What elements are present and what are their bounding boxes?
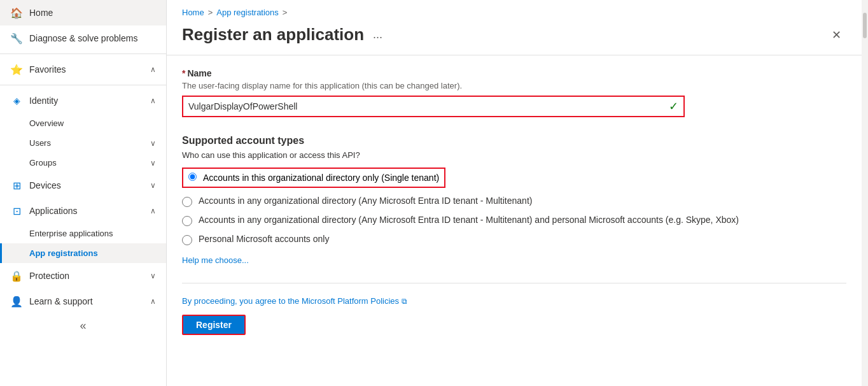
sidebar-item-label: Applications	[29, 206, 144, 216]
sidebar-item-applications[interactable]: ⊡ Applications ∧	[0, 198, 166, 224]
learn-icon: 👤	[10, 295, 23, 308]
sidebar-item-label: Groups	[29, 158, 57, 168]
chevron-up-icon: ∧	[150, 206, 156, 215]
radio-personal-only-option: Personal Microsoft accounts only	[182, 234, 846, 245]
sidebar-item-favorites[interactable]: ⭐ Favorites ∧	[0, 57, 166, 82]
chevron-down-icon: ∨	[150, 181, 156, 190]
sidebar-item-label: Overview	[29, 118, 64, 128]
sidebar-item-users[interactable]: Users ∨	[0, 133, 166, 153]
sidebar-item-diagnose[interactable]: 🔧 Diagnose & solve problems	[0, 25, 166, 51]
collapse-sidebar-button[interactable]: «	[0, 314, 166, 338]
radio-single-tenant-label[interactable]: Accounts in this organizational director…	[203, 173, 439, 183]
applications-icon: ⊡	[10, 204, 23, 217]
name-description: The user-facing display name for this ap…	[182, 81, 846, 90]
name-label: *Name	[182, 68, 846, 78]
required-star: *	[182, 68, 185, 78]
sidebar-item-devices[interactable]: ⊞ Devices ∨	[0, 173, 166, 198]
radio-multi-tenant-personal[interactable]	[182, 216, 192, 226]
radio-multi-tenant-label[interactable]: Accounts in any organizational directory…	[199, 196, 532, 206]
sidebar-item-label: Learn & support	[29, 296, 144, 306]
chevron-down-icon: ∨	[150, 159, 156, 168]
scroll-thumb[interactable]	[863, 13, 867, 38]
policy-link[interactable]: By proceeding, you agree to the Microsof…	[182, 296, 399, 306]
sidebar-item-enterprise-apps[interactable]: Enterprise applications	[0, 224, 166, 243]
account-types-description: Who can use this application or access t…	[182, 150, 846, 160]
divider	[0, 54, 166, 54]
radio-personal-only-label[interactable]: Personal Microsoft accounts only	[199, 234, 329, 244]
page-title: Register an application	[182, 25, 364, 45]
radio-single-tenant-wrapper: Accounts in this organizational director…	[182, 168, 445, 188]
radio-single-tenant[interactable]	[188, 173, 197, 181]
sidebar-item-home[interactable]: 🏠 Home	[0, 0, 166, 25]
sidebar-item-identity[interactable]: ◈ Identity ∧	[0, 88, 166, 113]
breadcrumb-sep-1: >	[208, 8, 213, 17]
divider	[0, 85, 166, 85]
radio-personal-only[interactable]	[182, 235, 192, 245]
section-divider	[182, 283, 846, 283]
chevron-up-icon: ∧	[150, 65, 156, 74]
register-button[interactable]: Register	[182, 315, 246, 335]
policy-text: By proceeding, you agree to the Microsof…	[182, 296, 846, 306]
breadcrumb-app-registrations[interactable]: App registrations	[216, 8, 279, 17]
identity-icon: ◈	[10, 94, 23, 107]
sidebar-item-label: Enterprise applications	[29, 229, 113, 238]
favorites-icon: ⭐	[10, 63, 23, 76]
chevron-down-icon: ∨	[150, 271, 156, 280]
name-input-wrapper: ✓	[182, 96, 685, 117]
right-scrollbar	[862, 0, 868, 386]
sidebar-item-label: Protection	[29, 271, 144, 281]
external-link-icon: ⧉	[402, 297, 407, 306]
sidebar: 🏠 Home 🔧 Diagnose & solve problems ⭐ Fav…	[0, 0, 167, 386]
account-types-header: Supported account types	[182, 135, 846, 147]
diagnose-icon: 🔧	[10, 32, 23, 45]
breadcrumb-home[interactable]: Home	[182, 8, 204, 17]
sidebar-item-label: Diagnose & solve problems	[29, 33, 156, 43]
page-header: Register an application ... ✕	[167, 20, 862, 55]
content-area: *Name The user-facing display name for t…	[167, 55, 862, 386]
breadcrumb: Home > App registrations >	[167, 0, 862, 20]
radio-multi-tenant[interactable]	[182, 197, 192, 207]
help-me-choose-link[interactable]: Help me choose...	[182, 255, 249, 265]
radio-multi-tenant-option: Accounts in any organizational directory…	[182, 196, 846, 207]
sidebar-item-label: App registrations	[29, 248, 98, 258]
home-icon: 🏠	[10, 6, 23, 19]
radio-multi-tenant-personal-label[interactable]: Accounts in any organizational directory…	[199, 215, 739, 225]
sidebar-item-overview[interactable]: Overview	[0, 113, 166, 133]
sidebar-item-groups[interactable]: Groups ∨	[0, 153, 166, 173]
collapse-icon: «	[80, 319, 86, 332]
close-button[interactable]: ✕	[827, 25, 846, 45]
radio-multi-tenant-personal-option: Accounts in any organizational directory…	[182, 215, 846, 226]
breadcrumb-sep-2: >	[283, 8, 288, 17]
sidebar-item-label: Users	[29, 138, 51, 148]
sidebar-item-protection[interactable]: 🔒 Protection ∨	[0, 263, 166, 289]
main-content: Home > App registrations > Register an a…	[167, 0, 862, 386]
protection-icon: 🔒	[10, 269, 23, 282]
sidebar-item-label: Devices	[29, 180, 144, 190]
valid-check-icon: ✓	[669, 99, 678, 113]
sidebar-item-learn-support[interactable]: 👤 Learn & support ∧	[0, 289, 166, 314]
name-input[interactable]	[188, 101, 669, 111]
chevron-up-icon: ∧	[150, 297, 156, 306]
devices-icon: ⊞	[10, 179, 23, 192]
sidebar-item-label: Home	[29, 8, 156, 18]
chevron-down-icon: ∨	[150, 139, 156, 148]
sidebar-item-label: Favorites	[29, 64, 144, 75]
sidebar-item-app-registrations[interactable]: App registrations	[0, 243, 166, 263]
chevron-up-icon: ∧	[150, 96, 156, 105]
more-options-button[interactable]: ...	[373, 28, 382, 41]
sidebar-item-label: Identity	[29, 96, 144, 106]
